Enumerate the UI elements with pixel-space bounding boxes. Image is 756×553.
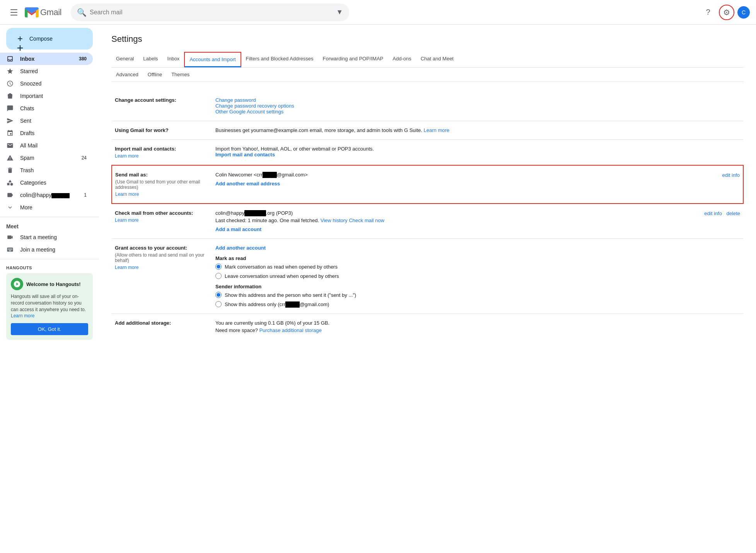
send-mail-edit-info[interactable]: edit info — [722, 172, 740, 178]
starred-label: Starred — [20, 68, 87, 74]
tab-labels[interactable]: Labels — [138, 52, 162, 67]
check-mail-content: colin@happy██████.org (POP3) Last checke… — [212, 204, 681, 239]
settings-sub-tabs: Advanced Offline Themes — [111, 68, 744, 82]
tab-chat[interactable]: Chat and Meet — [416, 52, 458, 67]
clock-icon — [6, 80, 14, 87]
check-mail-learn-more[interactable]: Learn more — [115, 217, 209, 223]
other-google-account-link[interactable]: Other Google Account settings — [215, 109, 283, 115]
search-bar: 🔍 ▼ — [71, 3, 349, 21]
check-mail-delete[interactable]: delete — [727, 211, 740, 216]
compose-button[interactable]: Compose — [6, 28, 93, 50]
hangouts-ok-button[interactable]: OK, Got it. — [11, 323, 88, 335]
import-content: Import from Yahoo!, Hotmail, AOL, or oth… — [212, 140, 681, 166]
radio-mark-read-no-input[interactable] — [215, 273, 222, 279]
inbox-icon — [6, 55, 14, 62]
import-learn-more[interactable]: Learn more — [115, 153, 209, 159]
view-history-link[interactable]: View history — [321, 217, 348, 223]
categories-label: Categories — [20, 180, 87, 186]
hangouts-avatar-icon — [11, 278, 23, 290]
hangouts-learn-more[interactable]: Learn more — [11, 313, 34, 318]
sidebar-item-colin[interactable]: colin@happy██████ 1 — [0, 189, 93, 201]
purchase-storage-link[interactable]: Purchase additional storage — [259, 327, 321, 333]
sidebar-item-chats[interactable]: Chats — [0, 102, 93, 115]
tab-filters[interactable]: Filters and Blocked Addresses — [241, 52, 318, 67]
hamburger-icon — [10, 9, 17, 15]
header-actions: ? ⚙ C — [700, 5, 750, 20]
menu-button[interactable] — [6, 5, 22, 20]
radio-mark-read-yes-input[interactable] — [215, 264, 222, 270]
search-input[interactable] — [90, 9, 333, 16]
sidebar-item-drafts[interactable]: Drafts — [0, 127, 93, 139]
svg-rect-1 — [7, 183, 10, 185]
important-label: Important — [20, 93, 87, 99]
grant-access-learn-more[interactable]: Learn more — [115, 265, 209, 270]
storage-usage: You are currently using 0.1 GB (0%) of y… — [215, 320, 678, 326]
send-mail-learn-more[interactable]: Learn more — [115, 192, 209, 197]
redacted-email-2: ████ — [285, 301, 300, 307]
sub-tab-themes[interactable]: Themes — [167, 68, 194, 81]
sidebar-item-snoozed[interactable]: Snoozed — [0, 77, 93, 90]
sidebar-item-allmail[interactable]: All Mail — [0, 139, 93, 152]
sidebar-item-more[interactable]: More — [0, 201, 93, 214]
settings-row-import: Import mail and contacts: Learn more Imp… — [112, 140, 743, 166]
radio-mark-read-yes[interactable]: Mark conversation as read when opened by… — [215, 264, 678, 270]
grant-access-label: Grant access to your account: — [115, 245, 187, 251]
import-action-link[interactable]: Import mail and contacts — [215, 152, 275, 158]
gmail-work-content: Businesses get yourname@example.com emai… — [212, 121, 681, 140]
tab-forwarding[interactable]: Forwarding and POP/IMAP — [318, 52, 388, 67]
app-header: Gmail 🔍 ▼ ? ⚙ C — [0, 0, 756, 25]
storage-label: Add additional storage: — [115, 320, 171, 326]
change-password-recovery-link[interactable]: Change password recovery options — [215, 103, 294, 109]
colin-label: colin@happy██████ — [20, 192, 78, 198]
main-layout: Compose Inbox 380 Starred Snoozed — [0, 25, 756, 553]
radio-show-only-input[interactable] — [215, 301, 222, 307]
draft-icon — [6, 130, 14, 137]
avatar[interactable]: C — [737, 6, 750, 19]
sidebar-item-start-meeting[interactable]: Start a meeting — [0, 231, 93, 243]
change-password-link[interactable]: Change password — [215, 97, 256, 103]
check-mail-now-link[interactable]: Check mail now — [349, 217, 384, 223]
tab-addons[interactable]: Add-ons — [388, 52, 416, 67]
add-email-address-link[interactable]: Add another email address — [215, 181, 280, 187]
tab-accounts-import[interactable]: Accounts and Import — [184, 52, 241, 67]
sidebar-item-categories[interactable]: Categories — [0, 176, 93, 189]
sidebar-item-spam[interactable]: Spam 24 — [0, 152, 93, 164]
send-mail-sub-label: (Use Gmail to send from your other email… — [115, 179, 209, 190]
search-dropdown-icon[interactable]: ▼ — [336, 8, 343, 16]
radio-show-only[interactable]: Show this address only (crr████@gmail.co… — [215, 301, 678, 307]
compose-label: Compose — [29, 36, 53, 42]
sidebar-item-trash[interactable]: Trash — [0, 164, 93, 176]
help-button[interactable]: ? — [700, 5, 716, 20]
video-icon — [6, 234, 14, 241]
sidebar-item-inbox[interactable]: Inbox 380 — [0, 53, 93, 65]
colin-label-icon — [6, 192, 14, 199]
radio-show-both-input[interactable] — [215, 292, 222, 298]
radio-show-both[interactable]: Show this address and the person who sen… — [215, 292, 678, 298]
sent-label: Sent — [20, 118, 87, 124]
gmail-work-learn-more[interactable]: Learn more — [424, 127, 449, 133]
settings-button[interactable]: ⚙ — [719, 5, 734, 20]
change-account-label: Change account settings: — [112, 91, 212, 121]
grant-access-sub-label: (Allow others to read and send mail on y… — [115, 252, 209, 263]
sidebar-item-starred[interactable]: Starred — [0, 65, 93, 77]
hangouts-card: Welcome to Hangouts! Hangouts will save … — [6, 273, 93, 340]
svg-point-0 — [10, 183, 13, 186]
add-mail-account-link[interactable]: Add a mail account — [215, 226, 261, 232]
sidebar-item-sent[interactable]: Sent — [0, 115, 93, 127]
more-label: More — [20, 204, 87, 211]
redacted-domain: ██████ — [244, 210, 266, 216]
join-meeting-label: Join a meeting — [20, 247, 87, 253]
sub-tab-advanced[interactable]: Advanced — [111, 68, 143, 81]
sidebar-item-important[interactable]: Important — [0, 90, 93, 102]
sidebar-item-join-meeting[interactable]: Join a meeting — [0, 243, 93, 256]
add-another-account-link[interactable]: Add another account — [215, 245, 266, 251]
tab-inbox[interactable]: Inbox — [163, 52, 184, 67]
sub-tab-offline[interactable]: Offline — [143, 68, 167, 81]
tab-general[interactable]: General — [111, 52, 138, 67]
sender-info-options: Show this address and the person who sen… — [215, 292, 678, 307]
check-mail-edit-info[interactable]: edit info — [704, 211, 722, 216]
colin-count: 1 — [84, 192, 87, 198]
radio-mark-read-no[interactable]: Leave conversation unread when opened by… — [215, 273, 678, 279]
logo-area[interactable]: Gmail — [25, 7, 61, 18]
hangouts-section: Hangouts Welcome to Hangouts! Hangouts w… — [0, 262, 99, 346]
